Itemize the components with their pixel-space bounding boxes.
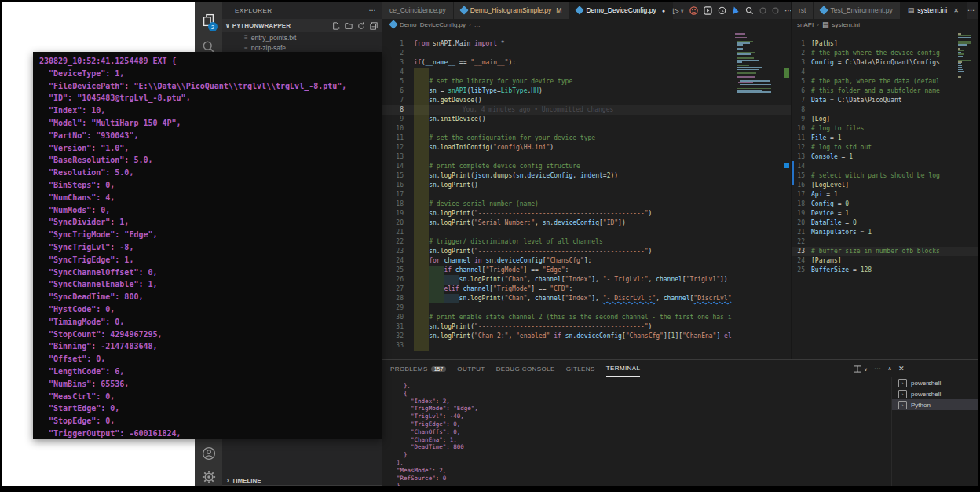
minimap-line [958,41,971,42]
collapse-all-icon[interactable] [370,22,378,30]
more-actions-icon[interactable]: ⋯ [874,365,881,373]
minimap-line [958,71,964,72]
code-line: 3Config = C:\Data\PicoQuant\Configs [792,58,980,68]
explorer-icon[interactable]: 2 [195,8,222,31]
line-number: 5 [792,77,805,86]
new-file-icon[interactable] [332,22,340,30]
circle-icon[interactable] [772,7,779,14]
modified-badge: M [556,6,561,14]
panel-tab-output[interactable]: OUTPUT [457,360,485,377]
editor-group-right: rstTest_Environment.py▤system.ini✕⋯ snAP… [791,2,980,359]
run-interactive-icon[interactable] [704,6,712,15]
dropdown-icon[interactable]: ∨ [864,366,868,372]
refresh-icon[interactable] [357,22,365,30]
breadcrumb-item[interactable]: system.ini [832,21,861,28]
codelens-blame [792,30,980,39]
close-tab-icon[interactable]: ✕ [953,7,959,14]
terminal-output[interactable]: }, { "Index": 2, "TrigMode": "Edge", "Tr… [397,382,886,489]
split-terminal-icon[interactable] [854,365,861,373]
account-icon[interactable] [195,442,222,465]
more-tabs-icon[interactable]: ⋯ [967,2,980,19]
circle-icon[interactable] [759,7,766,14]
line-number: 19 [792,209,805,218]
console-line: "Model": "MultiHarp 150 4P", [39,117,382,130]
code-line: 23# buffer size in number ofb blocks [792,247,980,256]
breadcrumb-item[interactable]: Demo_DeviceConfig.py [400,21,466,28]
gutter-modified-marker [792,161,794,185]
terminal-line: { [397,390,886,398]
code-line: 18Config = 0 [792,200,980,209]
indent-band [414,341,429,351]
code-line: 17Api = 1 [792,190,980,200]
line-number: 18 [382,200,404,209]
minimap-line [958,44,967,46]
line-number: 21 [382,228,404,237]
terminal-line: "ChanEna": 1, [397,436,886,444]
panel-tab-problems[interactable]: PROBLEMS157 [390,360,446,377]
terminal-session-powershell[interactable]: ›powershell [892,377,980,388]
code-line: 2# the path where the device config [792,49,980,58]
breadcrumb-item[interactable]: … [474,21,481,28]
search-editor-icon[interactable] [745,6,754,15]
debug-face-icon[interactable] [689,6,698,15]
minimap-line [958,56,963,57]
panel-tab-gitlens[interactable]: GITLENS [566,360,595,377]
settings-gear-icon[interactable] [195,465,222,489]
history-clock-icon[interactable] [718,6,726,15]
code-editor-main[interactable]: 1from snAPI.Main import *23if(__name__ =… [382,30,791,359]
console-line: "HystCode": 0, [39,303,382,316]
line-number: 25 [382,266,404,275]
code-line: 1from snAPI.Main import * [382,39,791,49]
line-number: 17 [382,190,404,200]
code-line: 24[Params] [792,256,980,266]
code-editor-ini[interactable]: 1[Paths]2# the path where the device con… [792,30,980,359]
code-line: 29 [382,303,791,313]
maximize-panel-icon[interactable]: ∧ [888,365,893,372]
close-panel-icon[interactable]: ✕ [898,365,905,373]
run-button[interactable]: ▷ [673,6,679,15]
minimap-line [958,76,961,78]
tab-rst[interactable]: rst [792,2,814,19]
panel-tab-debug-console[interactable]: DEBUG CONSOLE [496,360,555,377]
code-line: 21Manipulators = 1 [792,228,980,237]
indent-band [414,124,429,134]
code-line: 4 [382,68,791,77]
terminal-session-python[interactable]: ›Python [892,399,980,410]
tab-system-ini[interactable]: ▤system.ini✕ [901,2,967,19]
code-line: 25if channel["TrigMode"] == "Edge": [382,266,791,275]
panel-tab-terminal[interactable]: TERMINAL [606,360,641,377]
line-number: 12 [792,143,805,152]
terminal-line: }, [397,382,886,390]
line-number: 19 [382,209,404,218]
minimap-line [958,53,964,55]
indent-band [414,303,429,313]
file-item-entry-points-txt[interactable]: ≡entry_points.txt [222,32,382,42]
line-number: 15 [382,171,404,181]
console-line: "Resolution": 5.0, [39,167,382,179]
run-dropdown-icon[interactable]: ∨ [681,8,684,13]
console-line: "SyncDivider": 1, [39,216,382,229]
line-number: 17 [792,190,805,200]
overview-info-marker [784,163,789,168]
terminal-session-powershell[interactable]: ›powershell [892,388,980,399]
more-actions-icon[interactable]: ⋯ [784,6,791,15]
tab-test-environment-py[interactable]: Test_Environment.py [814,2,900,19]
console-line: "LengthCode": 6, [39,365,382,378]
new-folder-icon[interactable] [345,22,353,30]
explorer-more-icon[interactable]: ⋯ [369,6,377,14]
sidebar-section-timeline[interactable]: › TIMELINE [222,475,382,485]
tab-demo-deviceconfig-py[interactable]: Demo_DeviceConfig.py● [569,2,673,19]
run-python-file-icon[interactable] [732,6,740,15]
minimap-line [958,48,960,50]
code-line: 20DataFile = 0 [792,218,980,228]
sidebar-section-pythonwrapper[interactable]: ∨ PYTHONWRAPPER [222,19,382,32]
tab-ce-coincidence-py[interactable]: ce_Coincidence.py [382,2,454,19]
console-line: "SyncChannelEnable": 1, [39,278,382,291]
line-number: 3 [382,58,404,68]
console-line: "ID": "1045483@trgLvl_-8.ptu", [39,92,382,105]
breadcrumb-item[interactable]: snAPI [797,21,814,28]
tab-demo-histogramsimple-py[interactable]: Demo_HistogramSimple.pyM [454,2,570,19]
line-number: 6 [792,86,805,96]
problems-count-badge: 157 [431,366,447,372]
minimap-line [737,60,759,61]
